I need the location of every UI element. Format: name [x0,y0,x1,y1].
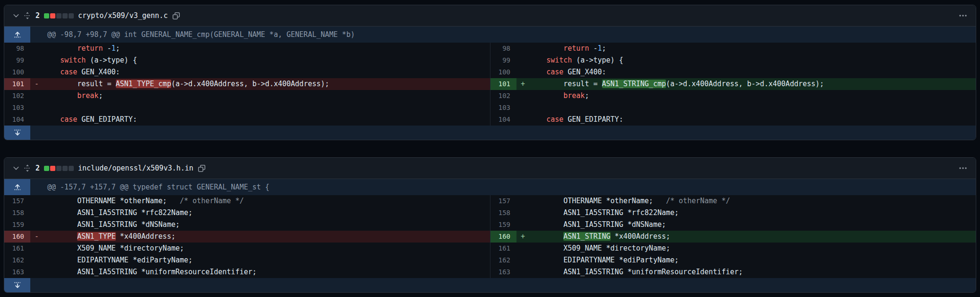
expand-up-button[interactable] [4,27,30,43]
line-number[interactable]: 163 [4,266,30,278]
diff-row-left: 99 switch (a->type) { [4,54,490,66]
copy-path-button[interactable] [172,12,180,20]
change-marker [30,54,43,66]
diff-row: 162 EDIPARTYNAME *ediPartyName; 162 EDIP… [4,254,976,266]
line-number[interactable]: 103 [490,102,516,114]
code-line: switch (a->type) { [529,54,976,66]
change-marker [30,195,43,207]
code-line: case GEN_EDIPARTY: [43,114,490,126]
file-options-button[interactable] [959,14,967,17]
line-number[interactable]: 104 [490,114,516,126]
line-number[interactable]: 99 [490,54,516,66]
code-line [43,102,490,114]
line-number[interactable]: 161 [4,243,30,254]
diff-row-right: 161 X509_NAME *directoryName; [490,243,976,254]
code-line: ASN1_IA5STRING *dNSName; [529,219,976,231]
line-number[interactable]: 160 [4,231,30,243]
line-number[interactable]: 160 [490,231,516,243]
expand-up-button[interactable] [4,179,30,195]
change-marker [516,219,529,231]
change-marker [30,114,43,126]
collapse-file-button[interactable] [13,165,19,171]
diff-row-left: 103 [4,102,490,114]
fold-up-icon [14,183,21,191]
diff-blocks [44,13,74,18]
code-line: EDIPARTYNAME *ediPartyName; [529,254,976,266]
code-line: return -1; [529,43,976,54]
line-number[interactable]: 100 [4,66,30,78]
line-number[interactable]: 101 [490,78,516,90]
file-header: 2 crypto/x509/v3_genn.c [4,5,976,27]
code-line: return -1; [43,43,490,54]
line-number[interactable]: 158 [4,207,30,219]
diff-row: 101 - result = ASN1_TYPE_cmp(a->d.x400Ad… [4,78,976,90]
file-diff-card: 2 crypto/x509/v3_genn.c [4,5,976,140]
diff-row-right: 100 case GEN_X400: [490,66,976,78]
copy-path-button[interactable] [198,164,206,172]
change-marker [30,207,43,219]
file-options-button[interactable] [959,167,967,170]
expand-down-button[interactable] [4,126,30,140]
file-name-link[interactable]: include/openssl/x509v3.h.in [78,164,193,172]
diff-row-right: 99 switch (a->type) { [490,54,976,66]
code-rows: 98 return -1; 98 return -1; 99 switch (a… [4,43,976,126]
line-number[interactable]: 161 [490,243,516,254]
diff-row-right: 163 ASN1_IA5STRING *uniformResourceIdent… [490,266,976,278]
code-line: ASN1_STRING *x400Address; [529,231,976,243]
kebab-icon [959,14,967,17]
hunk-header-text: @@ -98,7 +98,7 @@ int GENERAL_NAME_cmp(G… [30,27,355,43]
expand-all-context-button[interactable] [24,12,31,19]
change-marker [516,102,529,114]
unfold-icon [24,164,31,172]
line-number[interactable]: 99 [4,54,30,66]
line-number[interactable]: 102 [490,90,516,102]
diff-block-neutral [56,166,61,171]
change-marker [516,195,529,207]
code-line: result = ASN1_TYPE_cmp(a->d.x400Address,… [43,78,490,90]
expand-all-context-button[interactable] [24,164,31,172]
line-number[interactable]: 101 [4,78,30,90]
line-number[interactable]: 103 [4,102,30,114]
change-marker [30,102,43,114]
change-marker [516,66,529,78]
diff-row-left: 161 X509_NAME *directoryName; [4,243,490,254]
code-line: case GEN_X400: [43,66,490,78]
diff-row: 158 ASN1_IA5STRING *rfc822Name; 158 ASN1… [4,207,976,219]
line-number[interactable]: 98 [4,43,30,54]
diff-block-deleted [50,13,55,18]
line-number[interactable]: 162 [4,254,30,266]
line-number[interactable]: 159 [490,219,516,231]
change-marker [516,114,529,126]
expand-down-button[interactable] [4,278,30,292]
diff-row-left: 163 ASN1_IA5STRING *uniformResourceIdent… [4,266,490,278]
line-number[interactable]: 157 [490,195,516,207]
change-marker: - [30,78,43,90]
line-number[interactable]: 162 [490,254,516,266]
diff-row-right: 158 ASN1_IA5STRING *rfc822Name; [490,207,976,219]
code-line: switch (a->type) { [43,54,490,66]
line-number[interactable]: 104 [4,114,30,126]
diff-row-right: 162 EDIPARTYNAME *ediPartyName; [490,254,976,266]
line-number[interactable]: 159 [4,219,30,231]
code-line: result = ASN1_STRING_cmp(a->d.x400Addres… [529,78,976,90]
changes-count: 2 [35,164,40,172]
diff-block-neutral [69,166,74,171]
line-number[interactable]: 98 [490,43,516,54]
diff-row-right: 103 [490,102,976,114]
line-number[interactable]: 102 [4,90,30,102]
diff-block-added [44,13,49,18]
line-number[interactable]: 158 [490,207,516,219]
diff-row-left: 104 case GEN_EDIPARTY: [4,114,490,126]
line-number[interactable]: 100 [490,66,516,78]
code-line: X509_NAME *directoryName; [43,243,490,254]
file-name-link[interactable]: crypto/x509/v3_genn.c [78,11,168,20]
change-marker [516,254,529,266]
line-number[interactable]: 163 [490,266,516,278]
code-line: break; [43,90,490,102]
diff-row-left: 159 ASN1_IA5STRING *dNSName; [4,219,490,231]
code-rows: 157 OTHERNAME *otherName; /* otherName *… [4,195,976,278]
line-number[interactable]: 157 [4,195,30,207]
diff-row-right: 98 return -1; [490,43,976,54]
diff-row-right: 101 + result = ASN1_STRING_cmp(a->d.x400… [490,78,976,90]
collapse-file-button[interactable] [13,12,19,19]
